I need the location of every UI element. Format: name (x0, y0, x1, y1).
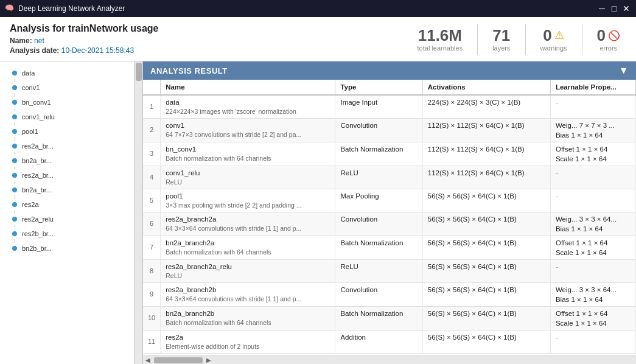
network-node-res2a_relu[interactable]: res2a_relu (0, 214, 142, 228)
title-bar: 🧠 Deep Learning Network Analyzer ─ □ ✕ (0, 0, 636, 17)
stat-warnings: 0 ⚠ warnings (540, 27, 567, 52)
cell-num: 11 (143, 331, 161, 354)
network-node-res2b_br[interactable]: res2b_br... (0, 228, 142, 243)
app-title: Deep Learning Network Analyzer (18, 4, 125, 13)
cell-name-main: bn2a_branch2a (166, 238, 330, 248)
cell-type: Batch Normalization (335, 307, 422, 331)
node-line[interactable]: data (0, 68, 142, 79)
cell-name-sub: Batch normalization with 64 channels (166, 248, 330, 257)
cell-learnables-line: Bias 1 × 1 × 64 (556, 295, 631, 304)
cell-learnables-line: Bias 1 × 1 × 64 (556, 130, 631, 140)
table-row[interactable]: 11res2aElement-wise addition of 2 inputs… (143, 331, 636, 354)
node-line[interactable]: bn2a_br... (0, 155, 142, 166)
cell-num: 8 (143, 260, 161, 283)
node-line[interactable]: res2a (0, 199, 142, 210)
analysis-dropdown-button[interactable]: ▼ (619, 65, 629, 76)
network-scroll-thumb[interactable] (136, 63, 142, 81)
errors-label: errors (597, 44, 620, 52)
main-area: Analysis for trainNetwork usage Name: ne… (0, 17, 636, 364)
cell-name-main: conv1_relu (166, 168, 330, 178)
cell-learnables: Weig... 3 × 3 × 64...Bias 1 × 1 × 64 (550, 212, 635, 236)
node-line[interactable]: pool1 (0, 126, 142, 137)
node-line[interactable]: bn2b_br... (0, 243, 142, 254)
node-line[interactable]: bn_conv1 (0, 97, 142, 108)
network-node-data[interactable]: data (0, 68, 142, 82)
network-node-bn_conv1[interactable]: bn_conv1 (0, 97, 142, 111)
network-node-res2a_br[interactable]: res2a_br... (0, 141, 142, 155)
cell-learnables-dash: - (556, 169, 558, 177)
table-row[interactable]: 6res2a_branch2a64 3×3×64 convolutions wi… (143, 212, 636, 236)
table-row[interactable]: 1data224×224×3 images with 'zscore' norm… (143, 95, 636, 118)
node-dot (12, 217, 17, 222)
stat-divider-1 (477, 24, 478, 55)
cell-learnables-line: Weig... 3 × 3 × 64... (556, 214, 631, 224)
table-row[interactable]: 8res2a_branch2a_reluReLUReLU56(S) × 56(S… (143, 260, 636, 283)
cell-learnables-line: Scale 1 × 1 × 64 (556, 318, 631, 328)
table-row[interactable]: 3bn_conv1Batch normalization with 64 cha… (143, 142, 636, 166)
cell-learnables: - (550, 166, 635, 189)
cell-activations: 112(S) × 112(S) × 64(C) × 1(B) (422, 118, 550, 142)
network-node-bn2a_br2[interactable]: bn2a_br... (0, 184, 142, 199)
stat-layers: 71 layers (492, 27, 510, 52)
scroll-left-arrow[interactable]: ◀ (143, 356, 153, 364)
node-dot (12, 246, 17, 251)
minimize-button[interactable]: ─ (597, 4, 607, 13)
network-scroll[interactable]: dataconv1bn_conv1conv1_relupool1res2a_br… (0, 61, 142, 364)
cell-name-sub: 224×224×3 images with 'zscore' normaliza… (166, 107, 330, 116)
node-label-res2a: res2a (22, 201, 39, 208)
node-label-bn_conv1: bn_conv1 (22, 99, 51, 106)
node-line[interactable]: conv1_relu (0, 111, 142, 122)
table-row[interactable]: 10bn2a_branch2bBatch normalization with … (143, 307, 636, 331)
cell-num: 10 (143, 307, 161, 331)
cell-name-sub: 64 3×3×64 convolutions with stride [1 1]… (166, 295, 330, 304)
network-node-res2a_br2[interactable]: res2a_br... (0, 170, 142, 184)
network-node-res2a[interactable]: res2a (0, 199, 142, 214)
cell-learnables: - (550, 260, 635, 283)
cell-name: data224×224×3 images with 'zscore' norma… (161, 95, 335, 118)
table-row[interactable]: 4conv1_reluReLUReLU112(S) × 112(S) × 64(… (143, 166, 636, 189)
horizontal-scrollbar[interactable]: ◀ ▶ (143, 355, 636, 364)
cell-name: pool13×3 max pooling with stride [2 2] a… (161, 189, 335, 212)
cell-name: res2a_branch2a_reluReLU (161, 260, 335, 283)
cell-name-main: res2a_branch2b (166, 285, 330, 295)
table-container[interactable]: Name Type Activations Learnable Prope...… (143, 80, 636, 355)
network-node-pool1[interactable]: pool1 (0, 126, 142, 141)
maximize-button[interactable]: □ (609, 4, 619, 13)
col-num (143, 80, 161, 95)
node-label-pool1: pool1 (22, 128, 38, 135)
node-line[interactable]: conv1 (0, 82, 142, 93)
cell-name-sub: 64 7×7×3 convolutions with stride [2 2] … (166, 130, 330, 139)
scroll-right-arrow[interactable]: ▶ (204, 356, 214, 364)
node-line[interactable]: res2a_br... (0, 141, 142, 152)
window-controls[interactable]: ─ □ ✕ (597, 4, 631, 13)
cell-learnables-line: Weig... 3 × 3 × 64... (556, 285, 631, 295)
cell-name-main: res2a (166, 332, 330, 342)
h-scroll-thumb[interactable] (154, 357, 203, 363)
node-label-bn2a_br2: bn2a_br... (22, 186, 52, 194)
table-row[interactable]: 2conv164 7×7×3 convolutions with stride … (143, 118, 636, 142)
table-row[interactable]: 5pool13×3 max pooling with stride [2 2] … (143, 189, 636, 212)
cell-learnables: - (550, 331, 635, 354)
node-line[interactable]: res2b_br... (0, 228, 142, 239)
cell-learnables: - (550, 95, 635, 118)
node-line[interactable]: res2a_relu (0, 214, 142, 225)
table-row[interactable]: 9res2a_branch2b64 3×3×64 convolutions wi… (143, 282, 636, 306)
network-node-conv1[interactable]: conv1 (0, 82, 142, 97)
table-row[interactable]: 7bn2a_branch2aBatch normalization with 6… (143, 236, 636, 259)
close-button[interactable]: ✕ (621, 4, 631, 13)
network-panel: dataconv1bn_conv1conv1_relupool1res2a_br… (0, 61, 143, 364)
stat-divider-2 (525, 24, 526, 55)
content-area: dataconv1bn_conv1conv1_relupool1res2a_br… (0, 61, 636, 364)
date-label: Analysis date: (10, 46, 59, 55)
cell-num: 6 (143, 212, 161, 236)
node-line[interactable]: res2a_br... (0, 170, 142, 181)
layers-value: 71 (492, 27, 510, 43)
cell-learnables-dash: - (556, 99, 558, 106)
warnings-value: 0 (543, 27, 551, 43)
network-node-bn2b_br[interactable]: bn2b_br... (0, 243, 142, 254)
cell-learnables-dash: - (556, 334, 558, 341)
network-node-conv1_relu[interactable]: conv1_relu (0, 111, 142, 126)
network-node-bn2a_br[interactable]: bn2a_br... (0, 155, 142, 170)
node-line[interactable]: bn2a_br... (0, 184, 142, 195)
network-scrollbar[interactable] (134, 61, 142, 364)
